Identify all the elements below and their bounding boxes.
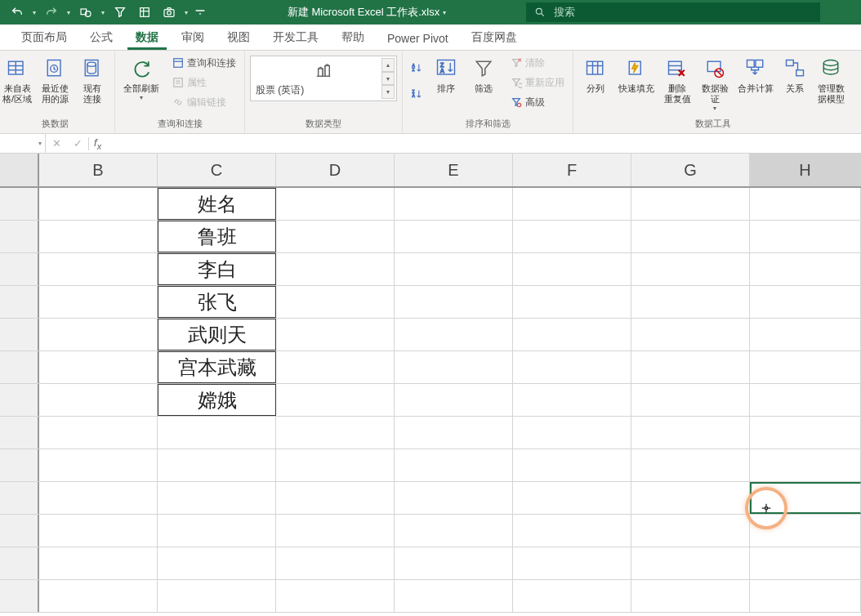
- cell[interactable]: [39, 384, 158, 416]
- qat-customize-icon[interactable]: [193, 2, 207, 22]
- cell[interactable]: [750, 417, 861, 449]
- undo-dropdown-icon[interactable]: ▾: [31, 9, 38, 16]
- row-header[interactable]: [0, 188, 39, 220]
- cell[interactable]: [631, 515, 750, 547]
- tab-power-pivot[interactable]: Power Pivot: [379, 27, 457, 50]
- cell[interactable]: [631, 384, 750, 416]
- col-header-b[interactable]: B: [39, 154, 158, 186]
- cell[interactable]: [513, 286, 631, 318]
- cell[interactable]: [750, 319, 861, 350]
- cell-c2[interactable]: 鲁班: [158, 221, 276, 252]
- cell[interactable]: [395, 515, 513, 547]
- recent-sources-button[interactable]: 最近使 用的源: [38, 54, 72, 105]
- cell[interactable]: [631, 351, 750, 383]
- cell[interactable]: [395, 221, 513, 252]
- cell[interactable]: [513, 319, 631, 350]
- cell[interactable]: [750, 188, 861, 220]
- redo-button[interactable]: [41, 2, 62, 22]
- cell[interactable]: [513, 547, 631, 579]
- cell-c3[interactable]: 李白: [158, 253, 276, 285]
- redo-dropdown-icon[interactable]: ▾: [65, 9, 72, 16]
- cell[interactable]: [276, 384, 395, 416]
- text-to-columns-button[interactable]: 分列: [578, 54, 613, 94]
- row-header[interactable]: [0, 580, 39, 612]
- existing-connections-button[interactable]: 现有 连接: [75, 54, 109, 105]
- cell[interactable]: [158, 417, 276, 449]
- cell[interactable]: [276, 221, 395, 252]
- queries-connections-button[interactable]: 查询和连接: [169, 54, 239, 72]
- cell[interactable]: [750, 286, 861, 318]
- cell[interactable]: [750, 351, 861, 383]
- cell[interactable]: [750, 221, 861, 252]
- row-header[interactable]: [0, 286, 39, 318]
- cell[interactable]: [276, 253, 395, 285]
- col-header-g[interactable]: G: [631, 154, 750, 186]
- col-header-f[interactable]: F: [513, 154, 631, 186]
- cell[interactable]: [631, 319, 750, 350]
- cell[interactable]: [395, 547, 513, 579]
- cell[interactable]: [631, 482, 750, 514]
- fx-icon[interactable]: fx: [89, 136, 106, 151]
- advanced-filter-button[interactable]: 高级: [507, 93, 568, 111]
- cell[interactable]: [395, 384, 513, 416]
- cell[interactable]: [39, 188, 158, 220]
- cell[interactable]: [39, 547, 158, 579]
- cell[interactable]: [750, 580, 861, 612]
- cell[interactable]: [276, 482, 395, 514]
- cell[interactable]: [395, 319, 513, 350]
- row-header[interactable]: [0, 319, 39, 350]
- row-header[interactable]: [0, 351, 39, 383]
- cell[interactable]: [276, 547, 395, 579]
- col-header-c[interactable]: C: [158, 154, 276, 186]
- tab-formulas[interactable]: 公式: [82, 25, 121, 50]
- cell[interactable]: [631, 417, 750, 449]
- cell[interactable]: [513, 221, 631, 252]
- row-header[interactable]: [0, 384, 39, 416]
- cell[interactable]: [631, 221, 750, 252]
- cell-c7[interactable]: 嫦娥: [158, 384, 276, 416]
- cell[interactable]: [631, 253, 750, 285]
- cell[interactable]: [750, 253, 861, 285]
- cell-c5[interactable]: 武则天: [158, 319, 276, 350]
- refresh-all-button[interactable]: 全部刷新 ▾: [120, 54, 163, 101]
- cell[interactable]: [39, 319, 158, 350]
- chevron-down-icon[interactable]: ▾: [38, 140, 42, 147]
- formula-input[interactable]: [106, 134, 861, 153]
- row-header[interactable]: [0, 482, 39, 514]
- cell[interactable]: [39, 417, 158, 449]
- cell[interactable]: [395, 580, 513, 612]
- relationships-button[interactable]: 关系: [779, 54, 810, 94]
- cell[interactable]: [513, 482, 631, 514]
- cell[interactable]: [395, 482, 513, 514]
- cell[interactable]: [513, 384, 631, 416]
- search-box[interactable]: 搜索: [526, 2, 820, 22]
- row-header[interactable]: [0, 547, 39, 579]
- cell[interactable]: [513, 351, 631, 383]
- scroll-up-button[interactable]: ▴: [381, 58, 395, 72]
- cell[interactable]: [39, 449, 158, 481]
- cell[interactable]: [276, 188, 395, 220]
- row-header[interactable]: [0, 417, 39, 449]
- sort-desc-button[interactable]: ZA: [408, 83, 426, 105]
- cell[interactable]: [513, 417, 631, 449]
- cell[interactable]: [631, 449, 750, 481]
- remove-duplicates-button[interactable]: 删除 重复值: [660, 54, 694, 105]
- sort-asc-button[interactable]: AZ: [408, 57, 426, 78]
- from-table-button[interactable]: 来自表 格/区域: [0, 54, 34, 105]
- cell[interactable]: [158, 580, 276, 612]
- row-header[interactable]: [0, 449, 39, 481]
- cell[interactable]: [39, 515, 158, 547]
- camera-dropdown-icon[interactable]: ▾: [183, 9, 190, 16]
- cell[interactable]: [513, 515, 631, 547]
- cell[interactable]: [395, 417, 513, 449]
- shape-button[interactable]: [75, 2, 96, 22]
- cell[interactable]: [276, 319, 395, 350]
- cell[interactable]: [395, 188, 513, 220]
- tab-baidu[interactable]: 百度网盘: [463, 25, 525, 50]
- cell[interactable]: [276, 351, 395, 383]
- col-header-e[interactable]: E: [395, 154, 513, 186]
- cell[interactable]: [631, 286, 750, 318]
- flash-fill-button[interactable]: 快速填充: [616, 54, 657, 94]
- cell[interactable]: [513, 580, 631, 612]
- camera-icon[interactable]: [158, 2, 180, 22]
